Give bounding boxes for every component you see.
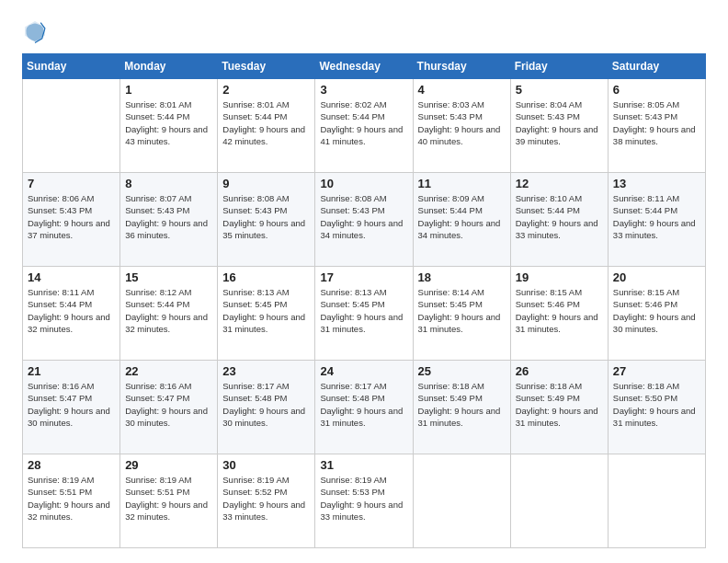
day-number: 4 xyxy=(418,83,506,97)
day-number: 29 xyxy=(125,458,212,472)
day-info: Sunrise: 8:07 AMSunset: 5:43 PMDaylight:… xyxy=(125,192,212,241)
day-info: Sunrise: 8:06 AMSunset: 5:43 PMDaylight:… xyxy=(28,192,115,241)
calendar-cell: 22Sunrise: 8:16 AMSunset: 5:47 PMDayligh… xyxy=(120,361,218,454)
calendar-cell: 16Sunrise: 8:13 AMSunset: 5:45 PMDayligh… xyxy=(218,267,315,361)
day-info: Sunrise: 8:01 AMSunset: 5:44 PMDaylight:… xyxy=(222,98,310,147)
day-info: Sunrise: 8:13 AMSunset: 5:45 PMDaylight:… xyxy=(222,286,310,335)
column-header-friday: Friday xyxy=(510,54,608,79)
calendar-week-row: 1Sunrise: 8:01 AMSunset: 5:44 PMDaylight… xyxy=(23,79,706,173)
calendar-cell: 13Sunrise: 8:11 AMSunset: 5:44 PMDayligh… xyxy=(608,173,705,267)
calendar-cell: 27Sunrise: 8:18 AMSunset: 5:50 PMDayligh… xyxy=(608,361,705,454)
day-info: Sunrise: 8:11 AMSunset: 5:44 PMDaylight:… xyxy=(613,192,700,241)
calendar-cell: 20Sunrise: 8:15 AMSunset: 5:46 PMDayligh… xyxy=(608,267,705,361)
day-number: 1 xyxy=(125,83,212,97)
day-info: Sunrise: 8:04 AMSunset: 5:43 PMDaylight:… xyxy=(516,98,603,147)
day-number: 15 xyxy=(125,270,212,284)
calendar-cell: 23Sunrise: 8:17 AMSunset: 5:48 PMDayligh… xyxy=(218,361,315,454)
calendar-cell: 8Sunrise: 8:07 AMSunset: 5:43 PMDaylight… xyxy=(120,173,218,267)
day-number: 25 xyxy=(418,364,506,378)
day-number: 13 xyxy=(613,177,700,190)
calendar-cell: 14Sunrise: 8:11 AMSunset: 5:44 PMDayligh… xyxy=(23,267,120,361)
day-number: 18 xyxy=(418,270,506,284)
day-info: Sunrise: 8:17 AMSunset: 5:48 PMDaylight:… xyxy=(222,380,310,429)
calendar-cell xyxy=(510,454,608,548)
calendar-cell: 12Sunrise: 8:10 AMSunset: 5:44 PMDayligh… xyxy=(510,173,608,267)
day-number: 20 xyxy=(613,270,700,284)
day-info: Sunrise: 8:05 AMSunset: 5:43 PMDaylight:… xyxy=(613,98,700,147)
day-info: Sunrise: 8:17 AMSunset: 5:48 PMDaylight:… xyxy=(320,380,407,429)
calendar-week-row: 28Sunrise: 8:19 AMSunset: 5:51 PMDayligh… xyxy=(23,454,706,548)
calendar-cell: 18Sunrise: 8:14 AMSunset: 5:45 PMDayligh… xyxy=(413,267,510,361)
logo xyxy=(22,18,53,44)
calendar-cell: 30Sunrise: 8:19 AMSunset: 5:52 PMDayligh… xyxy=(218,454,315,548)
calendar-cell: 15Sunrise: 8:12 AMSunset: 5:44 PMDayligh… xyxy=(120,267,218,361)
day-number: 9 xyxy=(222,177,310,190)
day-info: Sunrise: 8:16 AMSunset: 5:47 PMDaylight:… xyxy=(28,380,115,429)
day-info: Sunrise: 8:15 AMSunset: 5:46 PMDaylight:… xyxy=(516,286,603,335)
day-number: 3 xyxy=(320,83,407,97)
calendar-cell: 21Sunrise: 8:16 AMSunset: 5:47 PMDayligh… xyxy=(23,361,120,454)
day-number: 24 xyxy=(320,364,407,378)
calendar-cell: 4Sunrise: 8:03 AMSunset: 5:43 PMDaylight… xyxy=(413,79,510,173)
day-info: Sunrise: 8:18 AMSunset: 5:49 PMDaylight:… xyxy=(418,380,506,429)
day-number: 6 xyxy=(613,83,700,97)
calendar-week-row: 7Sunrise: 8:06 AMSunset: 5:43 PMDaylight… xyxy=(23,173,706,267)
day-number: 26 xyxy=(516,364,603,378)
calendar-cell: 25Sunrise: 8:18 AMSunset: 5:49 PMDayligh… xyxy=(413,361,510,454)
calendar-cell: 9Sunrise: 8:08 AMSunset: 5:43 PMDaylight… xyxy=(218,173,315,267)
calendar-cell: 3Sunrise: 8:02 AMSunset: 5:44 PMDaylight… xyxy=(315,79,413,173)
day-number: 27 xyxy=(613,364,700,378)
calendar-cell xyxy=(413,454,510,548)
day-info: Sunrise: 8:09 AMSunset: 5:44 PMDaylight:… xyxy=(418,192,506,241)
day-info: Sunrise: 8:01 AMSunset: 5:44 PMDaylight:… xyxy=(125,98,212,147)
calendar-cell: 6Sunrise: 8:05 AMSunset: 5:43 PMDaylight… xyxy=(608,79,705,173)
day-info: Sunrise: 8:19 AMSunset: 5:51 PMDaylight:… xyxy=(125,474,212,523)
day-number: 7 xyxy=(28,177,115,190)
day-info: Sunrise: 8:02 AMSunset: 5:44 PMDaylight:… xyxy=(320,98,407,147)
day-info: Sunrise: 8:13 AMSunset: 5:45 PMDaylight:… xyxy=(320,286,407,335)
calendar-cell: 29Sunrise: 8:19 AMSunset: 5:51 PMDayligh… xyxy=(120,454,218,548)
column-header-thursday: Thursday xyxy=(413,54,510,79)
calendar-cell: 1Sunrise: 8:01 AMSunset: 5:44 PMDaylight… xyxy=(120,79,218,173)
logo-icon xyxy=(22,18,48,44)
day-number: 30 xyxy=(222,458,310,472)
day-info: Sunrise: 8:19 AMSunset: 5:51 PMDaylight:… xyxy=(28,474,115,523)
calendar-cell: 17Sunrise: 8:13 AMSunset: 5:45 PMDayligh… xyxy=(315,267,413,361)
day-number: 16 xyxy=(222,270,310,284)
day-info: Sunrise: 8:14 AMSunset: 5:45 PMDaylight:… xyxy=(418,286,506,335)
day-info: Sunrise: 8:03 AMSunset: 5:43 PMDaylight:… xyxy=(418,98,506,147)
day-info: Sunrise: 8:15 AMSunset: 5:46 PMDaylight:… xyxy=(613,286,700,335)
calendar-week-row: 14Sunrise: 8:11 AMSunset: 5:44 PMDayligh… xyxy=(23,267,706,361)
calendar-cell: 11Sunrise: 8:09 AMSunset: 5:44 PMDayligh… xyxy=(413,173,510,267)
day-number: 10 xyxy=(320,177,407,190)
day-info: Sunrise: 8:19 AMSunset: 5:53 PMDaylight:… xyxy=(320,474,407,523)
day-info: Sunrise: 8:19 AMSunset: 5:52 PMDaylight:… xyxy=(222,474,310,523)
day-number: 11 xyxy=(418,177,506,190)
day-number: 23 xyxy=(222,364,310,378)
calendar-cell xyxy=(608,454,705,548)
column-header-monday: Monday xyxy=(120,54,218,79)
calendar-cell: 31Sunrise: 8:19 AMSunset: 5:53 PMDayligh… xyxy=(315,454,413,548)
day-number: 8 xyxy=(125,177,212,190)
calendar-cell: 28Sunrise: 8:19 AMSunset: 5:51 PMDayligh… xyxy=(23,454,120,548)
calendar-cell: 7Sunrise: 8:06 AMSunset: 5:43 PMDaylight… xyxy=(23,173,120,267)
day-info: Sunrise: 8:11 AMSunset: 5:44 PMDaylight:… xyxy=(28,286,115,335)
day-number: 2 xyxy=(222,83,310,97)
calendar-cell xyxy=(23,79,120,173)
day-number: 31 xyxy=(320,458,407,472)
column-header-saturday: Saturday xyxy=(608,54,705,79)
calendar-cell: 2Sunrise: 8:01 AMSunset: 5:44 PMDaylight… xyxy=(218,79,315,173)
calendar-cell: 24Sunrise: 8:17 AMSunset: 5:48 PMDayligh… xyxy=(315,361,413,454)
column-header-sunday: Sunday xyxy=(23,54,120,79)
day-info: Sunrise: 8:18 AMSunset: 5:49 PMDaylight:… xyxy=(516,380,603,429)
calendar-cell: 26Sunrise: 8:18 AMSunset: 5:49 PMDayligh… xyxy=(510,361,608,454)
day-info: Sunrise: 8:08 AMSunset: 5:43 PMDaylight:… xyxy=(222,192,310,241)
day-info: Sunrise: 8:08 AMSunset: 5:43 PMDaylight:… xyxy=(320,192,407,241)
day-number: 5 xyxy=(516,83,603,97)
calendar-cell: 10Sunrise: 8:08 AMSunset: 5:43 PMDayligh… xyxy=(315,173,413,267)
day-info: Sunrise: 8:10 AMSunset: 5:44 PMDaylight:… xyxy=(516,192,603,241)
column-header-wednesday: Wednesday xyxy=(315,54,413,79)
column-header-tuesday: Tuesday xyxy=(218,54,315,79)
day-number: 17 xyxy=(320,270,407,284)
header xyxy=(22,18,706,44)
